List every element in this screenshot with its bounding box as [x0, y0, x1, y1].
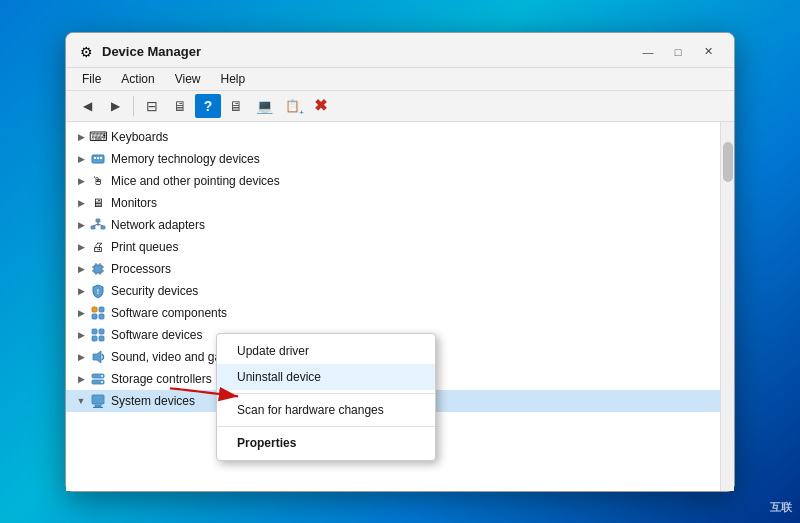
tree-item-keyboards[interactable]: ▶ ⌨ Keyboards [66, 126, 720, 148]
menu-view[interactable]: View [167, 70, 209, 88]
scroll-thumb[interactable] [723, 142, 733, 182]
arrow-keyboards: ▶ [74, 130, 88, 144]
label-memory: Memory technology devices [111, 152, 260, 166]
svg-rect-6 [101, 226, 105, 229]
menu-help[interactable]: Help [213, 70, 254, 88]
tree-item-memory[interactable]: ▶ Memory technology devices [66, 148, 720, 170]
maximize-button[interactable]: □ [664, 41, 692, 63]
arrow-sound: ▶ [74, 350, 88, 364]
icon-software-components [90, 305, 106, 321]
svg-marker-28 [93, 351, 101, 363]
icon-mice: 🖱 [90, 173, 106, 189]
close-button[interactable]: ✕ [694, 41, 722, 63]
toolbar-separator-1 [133, 96, 134, 116]
ctx-update-driver[interactable]: Update driver [217, 338, 435, 364]
help-toolbar-button[interactable]: ? [195, 94, 221, 118]
label-processors: Processors [111, 262, 171, 276]
tree-item-mice[interactable]: ▶ 🖱 Mice and other pointing devices [66, 170, 720, 192]
window-title: Device Manager [102, 44, 634, 59]
scrollbar[interactable] [720, 122, 734, 491]
back-button[interactable]: ◀ [74, 94, 100, 118]
ctx-uninstall-device[interactable]: Uninstall device [217, 364, 435, 390]
ctx-properties[interactable]: Properties [217, 430, 435, 456]
svg-point-32 [101, 381, 103, 383]
title-bar: ⚙ Device Manager — □ ✕ [66, 33, 734, 68]
icon-monitors: 🖥 [90, 195, 106, 211]
svg-rect-22 [92, 314, 97, 319]
ctx-separator-2 [217, 426, 435, 427]
label-monitors: Monitors [111, 196, 157, 210]
arrow-system: ▼ [74, 394, 88, 408]
window-controls: — □ ✕ [634, 41, 722, 63]
scan-toolbar-button[interactable]: 💻 [251, 94, 277, 118]
label-software-components: Software components [111, 306, 227, 320]
minimize-button[interactable]: — [634, 41, 662, 63]
svg-rect-27 [99, 336, 104, 341]
svg-rect-5 [91, 226, 95, 229]
icon-storage [90, 371, 106, 387]
app-icon: ⚙ [78, 44, 94, 60]
svg-rect-3 [100, 157, 102, 159]
svg-rect-4 [96, 219, 100, 222]
properties-toolbar-button[interactable]: ⊟ [139, 94, 165, 118]
tree-item-network[interactable]: ▶ Network adapters [66, 214, 720, 236]
svg-rect-2 [97, 157, 99, 159]
arrow-software-components: ▶ [74, 306, 88, 320]
svg-rect-25 [99, 329, 104, 334]
icon-system [90, 393, 106, 409]
arrow-print: ▶ [74, 240, 88, 254]
device-manager-window: ⚙ Device Manager — □ ✕ File Action View … [65, 32, 735, 492]
svg-rect-26 [92, 336, 97, 341]
tree-item-software-components[interactable]: ▶ Software components [66, 302, 720, 324]
svg-rect-24 [92, 329, 97, 334]
arrow-storage: ▶ [74, 372, 88, 386]
svg-rect-33 [92, 395, 104, 404]
svg-line-8 [93, 224, 98, 226]
forward-button[interactable]: ▶ [102, 94, 128, 118]
svg-line-9 [98, 224, 103, 226]
icon-print: 🖨 [90, 239, 106, 255]
label-network: Network adapters [111, 218, 205, 232]
svg-point-31 [101, 375, 103, 377]
tree-item-security[interactable]: ▶ ! Security devices [66, 280, 720, 302]
ctx-separator-1 [217, 393, 435, 394]
update-driver-toolbar-button[interactable]: 🖥 [167, 94, 193, 118]
arrow-software-devices: ▶ [74, 328, 88, 342]
svg-rect-10 [94, 265, 102, 273]
label-mice: Mice and other pointing devices [111, 174, 280, 188]
label-storage: Storage controllers [111, 372, 212, 386]
tree-item-processors[interactable]: ▶ Processors [66, 258, 720, 280]
ctx-scan-hardware[interactable]: Scan for hardware changes [217, 397, 435, 423]
arrow-processors: ▶ [74, 262, 88, 276]
svg-text:!: ! [97, 288, 99, 295]
icon-memory [90, 151, 106, 167]
arrow-monitors: ▶ [74, 196, 88, 210]
svg-rect-34 [95, 405, 101, 407]
label-software-devices: Software devices [111, 328, 202, 342]
context-menu: Update driver Uninstall device Scan for … [216, 333, 436, 461]
svg-rect-23 [99, 314, 104, 319]
label-security: Security devices [111, 284, 198, 298]
label-system: System devices [111, 394, 195, 408]
arrow-network: ▶ [74, 218, 88, 232]
svg-rect-20 [92, 307, 97, 312]
watermark: 互联 [770, 500, 792, 515]
icon-keyboards: ⌨ [90, 129, 106, 145]
arrow-security: ▶ [74, 284, 88, 298]
toolbar: ◀ ▶ ⊟ 🖥 ? 🖥 💻 📋+ ✖ [66, 91, 734, 122]
tree-item-print[interactable]: ▶ 🖨 Print queues [66, 236, 720, 258]
label-print: Print queues [111, 240, 178, 254]
icon-network [90, 217, 106, 233]
icon-sound [90, 349, 106, 365]
svg-rect-1 [94, 157, 96, 159]
menu-file[interactable]: File [74, 70, 109, 88]
label-keyboards: Keyboards [111, 130, 168, 144]
add-hardware-button[interactable]: 📋+ [279, 94, 305, 118]
svg-rect-35 [93, 407, 103, 408]
menu-bar: File Action View Help [66, 68, 734, 91]
menu-action[interactable]: Action [113, 70, 162, 88]
tree-item-monitors[interactable]: ▶ 🖥 Monitors [66, 192, 720, 214]
computer-toolbar-button[interactable]: 🖥 [223, 94, 249, 118]
remove-button[interactable]: ✖ [307, 94, 333, 118]
arrow-memory: ▶ [74, 152, 88, 166]
